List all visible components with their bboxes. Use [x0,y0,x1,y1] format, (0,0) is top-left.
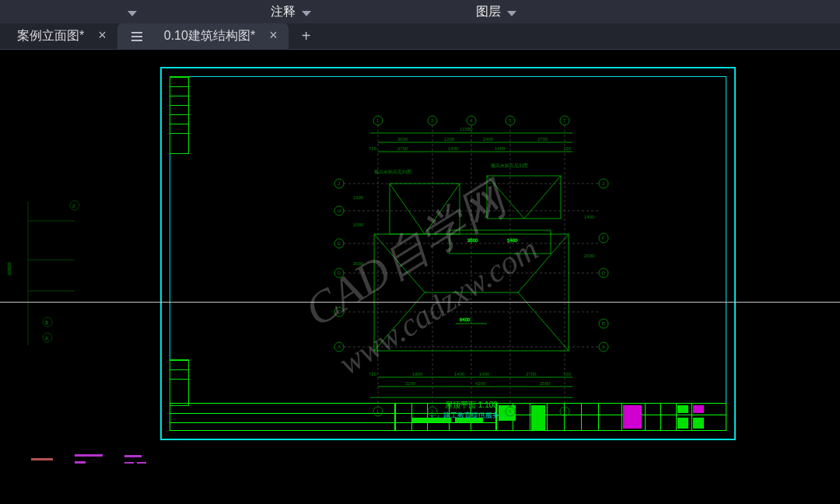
svg-text:1000: 1000 [353,222,364,227]
swatch-magenta-small [75,461,86,464]
svg-text:F: F [602,236,605,240]
svg-text:2700: 2700 [537,137,548,142]
tab-bar: 案例立面图* × 0.10建筑结构图* × + [0,23,840,50]
svg-line-91 [487,176,524,219]
drawing-sheet: 1 2 4 5 7 1 2 5 7 J H E D C A [160,67,736,440]
svg-text:H: H [338,208,341,213]
svg-text:4: 4 [470,118,473,123]
svg-text:2700: 2700 [397,146,408,151]
tab-elevation[interactable]: 案例立面图* × [3,23,117,50]
grid-bubble-A: A [45,336,48,341]
note-text: 最高点标高见剖面 [374,169,411,174]
swatch-pair [124,462,146,464]
svg-text:A: A [338,345,341,349]
ribbon-group-layer[interactable]: 图层 [471,4,521,20]
svg-text:7: 7 [563,409,566,414]
tab-label: 案例立面图* [17,28,84,44]
rib-label: 注释 [271,4,296,20]
svg-text:1: 1 [376,118,380,123]
grid-bubble-J: J [72,204,75,208]
chevron-down-icon [507,11,516,16]
svg-text:8400: 8400 [460,317,471,322]
svg-text:J: J [602,181,604,186]
offscreen-drawing-fragment: J B A 10800 [5,198,82,369]
new-tab-button[interactable]: + [293,26,320,47]
svg-text:720: 720 [369,146,377,151]
svg-text:2: 2 [431,118,434,123]
tab-structure[interactable]: 0.10建筑结构图* × [117,23,289,50]
roof-plan: 1 2 4 5 7 1 2 5 7 J H E D C A [331,110,611,421]
horizontal-guide-line [0,302,840,303]
grid-lines [344,125,599,407]
svg-line-92 [524,176,561,219]
swatch-magenta [124,455,142,457]
svg-rect-83 [487,176,561,219]
svg-text:1400: 1400 [448,146,459,151]
svg-text:C: C [338,310,341,314]
svg-rect-96 [450,230,551,254]
close-icon[interactable]: × [269,27,278,44]
svg-text:1200: 1200 [444,137,455,142]
svg-text:1800: 1800 [412,372,423,376]
svg-text:1400: 1400 [479,372,490,376]
drawing-viewport[interactable]: J B A 10800 [0,50,840,504]
svg-text:2700: 2700 [526,372,537,376]
close-icon[interactable]: × [98,27,107,44]
ribbon-group-annotate[interactable]: 注释 [266,4,316,20]
swatch-magenta [75,454,103,457]
grid-bubble-B: B [45,320,48,325]
svg-text:3000: 3000 [353,261,364,266]
ribbon: 注释 图层 [0,0,840,23]
svg-text:1400: 1400 [507,238,518,243]
drawing-title: 屋顶平面 1:100 （ 』建工教育提供服务 』） [427,400,515,421]
svg-text:1900: 1900 [353,195,364,200]
svg-text:1400: 1400 [454,372,465,376]
svg-text:4200: 4200 [475,381,486,386]
svg-text:7: 7 [563,118,566,123]
hamburger-icon [131,32,142,41]
svg-rect-82 [390,184,460,234]
title-sub: （ 』建工教育提供服务 』） [427,411,515,421]
dim-text: 10800 [7,262,12,275]
binding-margin-bottom [170,359,189,406]
svg-line-87 [518,234,569,292]
svg-text:A: A [602,345,605,349]
status-swatches [31,454,146,464]
ribbon-group-draw[interactable] [117,8,142,16]
svg-text:720: 720 [369,372,377,376]
svg-text:E: E [338,241,341,246]
chevron-down-icon [128,11,137,16]
svg-text:D: D [338,271,341,275]
rib-label: 图层 [476,4,501,20]
svg-text:5: 5 [509,118,512,123]
binding-margin-top [170,76,189,154]
plus-icon: + [302,27,311,45]
svg-text:2400: 2400 [483,137,494,142]
svg-text:B: B [602,321,605,326]
chevron-down-icon [302,11,311,16]
swatch-red [31,458,53,460]
svg-text:2580: 2580 [540,381,551,386]
svg-text:1400: 1400 [495,146,506,151]
svg-text:D: D [602,271,606,275]
svg-text:J: J [338,181,340,186]
note-text: 最高点标高见剖面 [491,163,528,168]
title-main: 屋顶平面 1:100 [427,400,515,411]
svg-text:3200: 3200 [405,381,416,386]
tab-label: 0.10建筑结构图* [164,28,255,44]
svg-text:2000: 2000 [584,254,595,258]
svg-line-90 [425,184,460,234]
svg-text:1: 1 [376,409,380,414]
svg-line-89 [390,184,425,234]
svg-text:1400: 1400 [584,215,595,219]
svg-text:3600: 3600 [397,137,408,142]
svg-line-85 [374,234,425,292]
svg-point-0 [70,201,79,210]
svg-text:3500: 3500 [467,238,478,243]
